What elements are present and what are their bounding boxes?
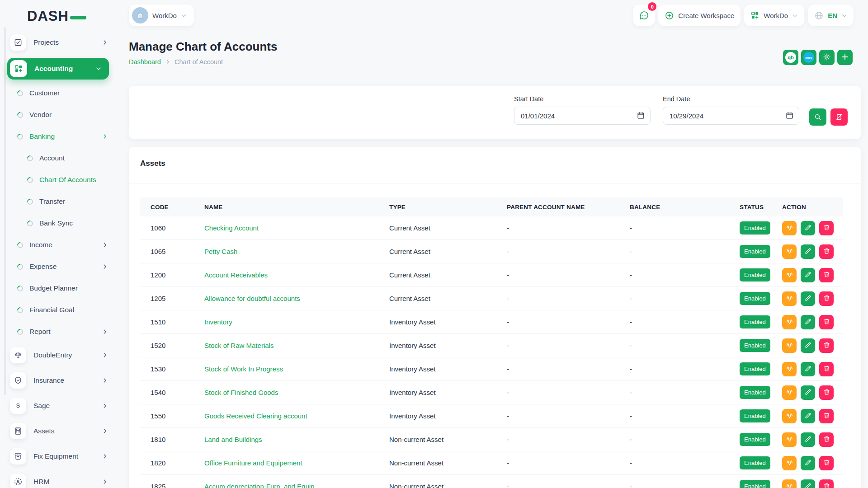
xero-button[interactable]: xero (801, 50, 816, 65)
create-workspace-button[interactable]: Create Workspace (658, 5, 741, 26)
messages-button[interactable]: 0 (633, 5, 655, 26)
transactions-button[interactable] (782, 291, 797, 306)
transactions-button[interactable] (782, 268, 797, 282)
edit-button[interactable] (801, 291, 815, 306)
settings-gear-button[interactable] (819, 50, 835, 65)
edit-button[interactable] (801, 432, 815, 447)
main-content: WorkDo 0 Create Workspace WorkDo (120, 0, 868, 488)
sidebar-item-sage[interactable]: SSage (0, 393, 120, 418)
cell-code: 1200 (151, 271, 204, 279)
edit-button[interactable] (801, 338, 815, 353)
transactions-button[interactable] (782, 409, 797, 423)
transactions-button[interactable] (782, 315, 797, 329)
transactions-button[interactable] (782, 385, 797, 400)
account-name-link[interactable]: Inventory (204, 318, 389, 326)
workdo-menu-button[interactable]: WorkDo (744, 5, 804, 26)
edit-button[interactable] (801, 244, 815, 259)
sidebar-item-vendor[interactable]: Vendor (0, 104, 120, 126)
delete-button[interactable] (819, 315, 834, 329)
edit-button[interactable] (801, 479, 815, 488)
account-name-link[interactable]: Stock of Finished Goods (204, 389, 389, 396)
edit-button[interactable] (801, 409, 815, 423)
transactions-button[interactable] (782, 432, 797, 447)
language-selector[interactable]: EN (808, 5, 854, 26)
sidebar-item-doubleentry[interactable]: DoubleEntry (0, 343, 120, 368)
sidebar-item-customer[interactable]: Customer (0, 82, 120, 104)
sidebar-item-income[interactable]: Income (0, 234, 120, 256)
transactions-button[interactable] (782, 456, 797, 470)
table-row: 1550Goods Received Clearing accountInven… (140, 404, 843, 428)
chevron-right-icon (102, 352, 108, 358)
cell-parent-account: - (507, 248, 630, 255)
transactions-button[interactable] (782, 362, 797, 376)
cell-code: 1530 (151, 365, 204, 373)
account-name-link[interactable]: Land and Buildings (204, 436, 389, 443)
sidebar-item-transfer[interactable]: Transfer (0, 191, 120, 212)
edit-button[interactable] (801, 362, 815, 376)
delete-button[interactable] (819, 291, 834, 306)
sidebar-item-assets[interactable]: Assets (0, 418, 120, 444)
app-logo[interactable]: DASH (27, 9, 86, 23)
delete-button[interactable] (819, 221, 834, 235)
cell-type: Current Asset (389, 224, 507, 232)
account-name-link[interactable]: Stock of Raw Materials (204, 342, 389, 349)
account-name-link[interactable]: Checking Account (204, 224, 389, 232)
section-title: Assets (140, 159, 165, 168)
start-date-input[interactable] (514, 107, 651, 125)
sidebar-item-banking[interactable]: Banking (0, 126, 120, 147)
transactions-button[interactable] (782, 221, 797, 235)
cell-status: Enabled (740, 221, 782, 235)
edit-button[interactable] (801, 268, 815, 282)
account-name-link[interactable]: Accum.depreciation-Furn. and Equip (204, 483, 389, 488)
delete-button[interactable] (819, 479, 834, 488)
cell-parent-account: - (507, 436, 630, 443)
delete-button[interactable] (819, 385, 834, 400)
delete-button[interactable] (819, 456, 834, 470)
sidebar-item-bank-sync[interactable]: Bank Sync (0, 212, 120, 234)
cell-code: 1550 (151, 412, 204, 420)
cell-status: Enabled (740, 480, 782, 488)
transactions-button[interactable] (782, 338, 797, 353)
account-name-link[interactable]: Office Furniture and Equipement (204, 459, 389, 467)
account-name-link[interactable]: Goods Received Clearing account (204, 412, 389, 420)
sidebar-item-projects[interactable]: Projects (0, 30, 120, 55)
sidebar-item-financial-goal[interactable]: Financial Goal (0, 299, 120, 321)
delete-button[interactable] (819, 409, 834, 423)
transactions-button[interactable] (782, 479, 797, 488)
sidebar-item-report[interactable]: Report (0, 321, 120, 343)
edit-button[interactable] (801, 385, 815, 400)
breadcrumb-dashboard-link[interactable]: Dashboard (129, 58, 161, 66)
edit-button[interactable] (801, 315, 815, 329)
quickbooks-icon: qb (785, 52, 796, 63)
trash-icon (823, 365, 830, 374)
sidebar-item-account[interactable]: Account (0, 147, 120, 169)
delete-button[interactable] (819, 244, 834, 259)
sidebar-item-insurance[interactable]: Insurance (0, 368, 120, 393)
account-name-link[interactable]: Stock of Work In Progress (204, 365, 389, 373)
sidebar-item-accounting[interactable]: Accounting (7, 58, 109, 80)
account-name-link[interactable]: Petty Cash (204, 248, 389, 255)
status-badge: Enabled (740, 409, 770, 422)
account-name-link[interactable]: Account Receivables (204, 271, 389, 279)
sidebar-item-chart-of-accounts[interactable]: Chart Of Accounts (0, 169, 120, 191)
edit-button[interactable] (801, 221, 815, 235)
reset-filter-button[interactable] (830, 108, 848, 126)
workspace-selector[interactable]: WorkDo (129, 5, 194, 26)
delete-button[interactable] (819, 338, 834, 353)
sidebar-item-budget-planner[interactable]: Budget Planner (0, 277, 120, 299)
delete-button[interactable] (819, 432, 834, 447)
sidebar-item-hrm[interactable]: HRM (0, 469, 120, 488)
end-date-input[interactable] (663, 107, 799, 125)
plus-button[interactable] (837, 50, 853, 65)
edit-button[interactable] (801, 456, 815, 470)
search-button[interactable] (809, 108, 826, 126)
quickbooks-button[interactable]: qb (783, 50, 798, 65)
transactions-button[interactable] (782, 244, 797, 259)
sidebar-item-expense[interactable]: Expense (0, 256, 120, 277)
delete-button[interactable] (819, 362, 834, 376)
sidebar-item-fix-equipment[interactable]: Fix Equipment (0, 444, 120, 469)
delete-button[interactable] (819, 268, 834, 282)
account-name-link[interactable]: Allowance for doubtful accounts (204, 295, 389, 302)
sidebar-item-label: Assets (33, 427, 55, 435)
activity-icon (785, 435, 794, 445)
